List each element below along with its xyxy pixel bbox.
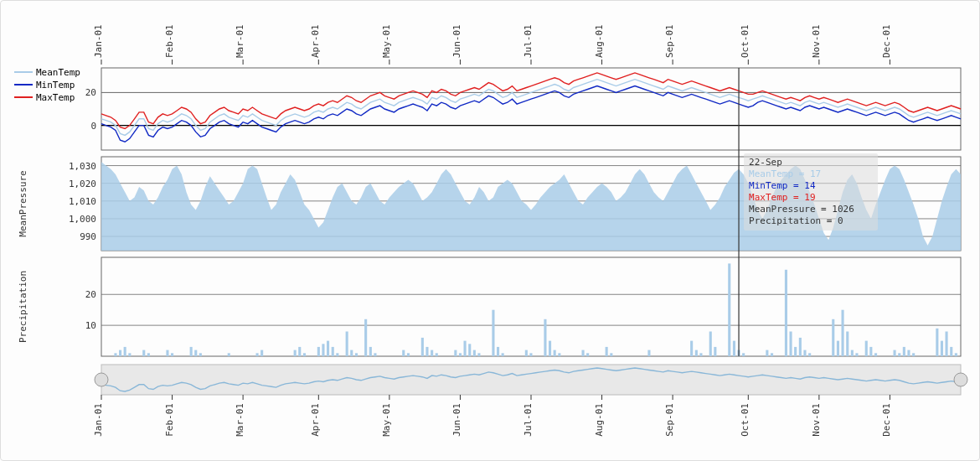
tooltip-line: MaxTemp = 19: [749, 192, 815, 203]
bottom-tick-label: Aug-01: [594, 403, 605, 437]
precip-bar: [808, 353, 811, 356]
top-tick-label: Jul-01: [523, 24, 534, 58]
precip-bar: [790, 332, 792, 357]
precip-bar: [586, 353, 589, 356]
legend-label: MeanTemp: [36, 67, 80, 78]
brush-handle-right[interactable]: [954, 373, 967, 386]
top-tick-label: Sep-01: [664, 24, 675, 58]
precip-bar: [454, 350, 456, 356]
precip-bar: [407, 353, 410, 356]
precip-bar: [502, 353, 504, 356]
legend-label: MinTemp: [36, 80, 75, 91]
top-tick-label: Oct-01: [740, 24, 750, 58]
precip-bar: [426, 347, 428, 356]
pressure-ytick: 1,020: [69, 179, 96, 189]
tooltip-line: Precipitation = 0: [749, 215, 843, 226]
top-tick-label: Feb-01: [164, 24, 175, 58]
temp-ytick: 0: [90, 121, 96, 132]
precip-bar: [898, 353, 900, 356]
legend-label: MaxTemp: [36, 92, 75, 103]
precip-bar: [855, 353, 858, 356]
top-tick-label: Mar-01: [235, 24, 245, 58]
precip-bar: [228, 353, 230, 356]
temp-ytick: 20: [85, 87, 96, 98]
precip-bar: [695, 350, 698, 356]
precip-bar: [346, 332, 348, 357]
precip-bar: [421, 338, 424, 356]
bottom-tick-label: Jan-01: [93, 403, 104, 437]
bottom-tick-label: May-01: [381, 403, 392, 437]
precip-axis-title: Precipitation: [18, 271, 28, 343]
precip-bar: [529, 353, 532, 356]
precip-bar: [124, 347, 126, 356]
precip-bar: [199, 353, 202, 356]
top-tick-label: Jun-01: [451, 24, 462, 58]
precip-bar: [771, 353, 773, 356]
precip-bar: [558, 353, 560, 356]
precip-ytick: 10: [85, 320, 96, 331]
precip-bar: [742, 353, 745, 356]
overview-panel[interactable]: [101, 365, 961, 395]
precip-bar: [794, 347, 797, 356]
top-tick-label: Jan-01: [93, 24, 104, 58]
precip-bar: [610, 353, 612, 356]
precip-bar: [912, 353, 915, 356]
precip-bar: [525, 350, 528, 356]
bottom-tick-label: Nov-01: [811, 403, 822, 437]
precip-bar: [317, 347, 320, 356]
precip-bar: [473, 350, 476, 356]
precip-bar: [699, 353, 702, 356]
precip-bar: [907, 350, 910, 356]
brush-handle-left[interactable]: [95, 373, 108, 386]
tooltip-line: MeanTemp = 17: [749, 168, 821, 179]
precip-bar: [903, 347, 905, 356]
precip-bar: [147, 353, 150, 356]
precip-bar: [606, 347, 608, 356]
precip-bar: [865, 341, 868, 356]
precip-bar: [846, 332, 848, 357]
precip-bar: [114, 353, 116, 356]
precip-bar: [766, 350, 768, 356]
precip-bar: [803, 350, 806, 356]
precip-bar: [799, 338, 802, 356]
bottom-tick-label: Apr-01: [310, 403, 321, 437]
precip-bar: [874, 353, 877, 356]
top-x-axis: Jan-01Feb-01Mar-01Apr-01May-01Jun-01Jul-…: [93, 24, 892, 65]
pressure-ytick: 1,030: [69, 161, 96, 172]
top-tick-label: Nov-01: [811, 24, 822, 58]
temp-series-MeanTemp: [101, 80, 961, 136]
temp-panel-border: [101, 68, 961, 150]
precip-bar: [497, 347, 499, 356]
precip-bar: [733, 341, 735, 356]
pressure-ytick: 1,000: [69, 214, 96, 225]
bottom-tick-label: Feb-01: [164, 403, 175, 437]
pressure-ytick: 990: [80, 231, 96, 242]
precip-bar: [298, 347, 301, 356]
tooltip-date: 22-Sep: [749, 157, 782, 168]
precip-bar: [128, 353, 131, 356]
precip-bar: [294, 350, 297, 356]
precip-bar: [785, 270, 787, 356]
precip-bar: [946, 332, 948, 357]
precip-bar: [709, 332, 712, 357]
precip-bar: [869, 347, 872, 356]
tooltip-line: MeanPressure = 1026: [749, 204, 854, 215]
precip-bar: [582, 350, 585, 356]
temp-series-MinTemp: [101, 86, 961, 142]
multi-panel-chart: Jan-01Feb-01Mar-01Apr-01May-01Jun-01Jul-…: [8, 8, 972, 455]
precip-bar: [549, 341, 551, 356]
top-tick-label: May-01: [381, 24, 392, 58]
precip-bar: [369, 347, 372, 356]
precip-panel-border: [101, 257, 961, 356]
precip-bar: [355, 353, 358, 356]
precip-bar: [544, 319, 546, 356]
precip-bar: [477, 353, 480, 356]
bottom-tick-label: Jul-01: [523, 403, 534, 437]
precip-bar: [166, 350, 168, 356]
precip-bar: [837, 341, 839, 356]
precip-bar: [350, 350, 353, 356]
precip-bar: [256, 353, 259, 356]
pressure-axis-title: MeanPressure: [18, 170, 28, 236]
precip-bar: [171, 353, 173, 356]
bottom-tick-label: Mar-01: [235, 403, 245, 437]
